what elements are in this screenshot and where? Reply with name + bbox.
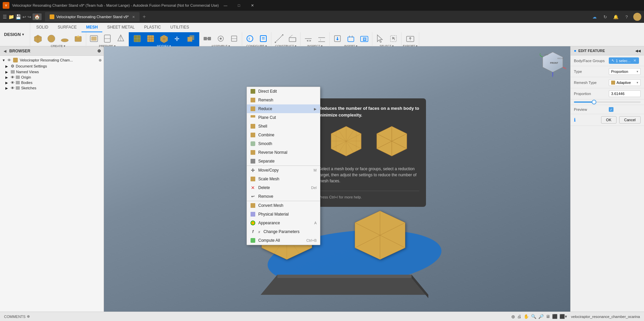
inspect-btn2[interactable]: ↕ — [315, 33, 328, 44]
file-menu-icon[interactable]: 📁 — [8, 14, 14, 19]
tab-solid[interactable]: SOLID — [32, 23, 53, 32]
menu-delete[interactable]: ✕ Delete Del — [247, 183, 320, 192]
proportion-slider[interactable] — [574, 101, 641, 103]
create-label[interactable]: CREATE ▾ — [51, 44, 65, 48]
menu-plane-cut[interactable]: Plane Cut — [247, 113, 320, 122]
print-icon[interactable]: 🖨 — [517, 314, 522, 319]
menu-compute-all[interactable]: Compute All Ctrl+B — [247, 236, 320, 245]
select-btn1[interactable] — [374, 33, 386, 44]
tree-root[interactable]: ▼ 👁 Velociraptor Resonating Cham... ⊕ — [0, 57, 104, 63]
tree-named-views[interactable]: ▶ Named Views — [0, 69, 104, 75]
select-button[interactable]: ↖ 1 selec... ✕ — [609, 57, 639, 64]
browser-settings-icon[interactable]: ⊕ — [97, 48, 101, 53]
create-import-btn[interactable] — [72, 33, 85, 44]
zoom-fit-icon[interactable]: 🔎 — [538, 314, 544, 319]
viewcube[interactable]: FRONT RIGHT TOP Y X Z — [539, 50, 566, 77]
info-icon[interactable]: ℹ — [574, 117, 576, 123]
assemble-btn2[interactable] — [214, 33, 227, 44]
tree-bodies[interactable]: ▶ 👁 Bodies — [0, 80, 104, 85]
close-button[interactable]: ✕ — [246, 0, 259, 11]
notification-icon[interactable]: 🔔 — [612, 13, 620, 21]
menu-move-copy[interactable]: ✛ Move/Copy M — [247, 166, 320, 175]
tree-doc-settings[interactable]: ▶ ⚙ Document Settings — [0, 63, 104, 69]
prepare-btn3[interactable] — [114, 33, 127, 44]
tab-close-button[interactable]: ✕ — [132, 15, 135, 19]
configure-btn1[interactable]: ! — [244, 33, 256, 44]
menu-convert-mesh[interactable]: Convert Mesh — [247, 201, 320, 210]
comments-add-icon[interactable]: ⊕ — [27, 314, 30, 319]
menu-combine[interactable]: Combine — [247, 131, 320, 139]
inspect-btn1[interactable]: ◄► — [302, 33, 315, 44]
menu-appearance[interactable]: Appearance A — [247, 219, 320, 227]
save-button[interactable]: 💾 — [15, 14, 21, 19]
menu-shell[interactable]: Shell — [247, 122, 320, 131]
undo-button[interactable]: ↩ — [22, 14, 26, 19]
preview-checkbox[interactable]: ✓ — [609, 107, 613, 112]
bodies-visibility-icon[interactable]: 👁 — [11, 81, 14, 85]
menu-physical-material[interactable]: Physical Material — [247, 210, 320, 219]
move-copy-btn[interactable]: ✛ — [171, 33, 184, 44]
menu-direct-edit[interactable]: Direct Edit — [247, 87, 320, 96]
display-mode-icon[interactable]: ⬛▾ — [559, 314, 567, 319]
root-visibility-icon[interactable]: 👁 — [7, 58, 11, 62]
maximize-button[interactable]: □ — [232, 0, 246, 11]
home-button[interactable]: 🏠 — [33, 13, 42, 20]
grid-icon[interactable]: ⬛ — [552, 314, 557, 319]
hamburger-icon[interactable]: ☰ — [3, 14, 7, 19]
configure-btn2[interactable] — [257, 33, 270, 44]
minimize-button[interactable]: — — [219, 0, 232, 11]
pan-tool-icon[interactable]: ✋ — [524, 314, 529, 319]
user-avatar[interactable] — [633, 13, 641, 21]
prepare-btn2[interactable] — [101, 33, 114, 44]
remesh-btn[interactable] — [144, 33, 157, 44]
design-mode-button[interactable]: DESIGN ▾ — [0, 23, 30, 46]
browser-toggle[interactable]: ◄ — [3, 48, 7, 54]
help-icon[interactable]: ? — [623, 13, 631, 21]
edit-feature-collapse-button[interactable]: ◀◀ — [635, 49, 641, 53]
menu-smooth[interactable]: Smooth — [247, 139, 320, 148]
sketches-visibility-icon[interactable]: 👁 — [11, 86, 14, 90]
tree-origin[interactable]: ▶ 👁 Origin — [0, 75, 104, 80]
active-tab[interactable]: Velociraptor Resonating Chamber Stand v9… — [45, 12, 140, 21]
root-settings-icon[interactable]: ⊕ — [99, 58, 102, 62]
redo-button[interactable]: ↪ — [28, 14, 31, 19]
tab-sheet-metal[interactable]: SHEET METAL — [102, 23, 139, 32]
select-clear-button[interactable]: ✕ — [633, 58, 636, 63]
scale-btn[interactable] — [184, 33, 197, 44]
assemble-btn3[interactable] — [228, 33, 240, 44]
slider-thumb[interactable] — [592, 100, 596, 104]
prepare-btn1[interactable] — [88, 33, 100, 44]
viewport[interactable]: FRONT RIGHT TOP Y X Z Direct Edit — [104, 46, 570, 312]
remesh-type-dropdown[interactable]: Adaptive ▾ — [609, 79, 641, 86]
export-btn1[interactable] — [404, 33, 417, 44]
insert-btn2[interactable] — [344, 33, 357, 44]
reduce-btn[interactable] — [158, 33, 170, 44]
new-tab-button[interactable]: + — [140, 13, 148, 21]
display-settings-icon[interactable]: 🖥 — [546, 314, 550, 319]
tab-mesh[interactable]: MESH — [82, 23, 103, 32]
cloud-sync-icon[interactable]: ☁ — [590, 13, 598, 21]
zoom-icon[interactable]: 🔍 — [531, 314, 536, 319]
tree-sketches[interactable]: ▶ 👁 Sketches — [0, 85, 104, 91]
orbit-tool-icon[interactable]: ⊕ — [511, 314, 515, 319]
menu-scale-mesh[interactable]: Scale Mesh — [247, 175, 320, 183]
refresh-icon[interactable]: ↻ — [601, 13, 609, 21]
menu-remove[interactable]: ↩ Remove — [247, 192, 320, 201]
menu-reverse-normal[interactable]: Reverse Normal — [247, 148, 320, 157]
create-box-btn[interactable] — [32, 33, 44, 44]
menu-separate[interactable]: Separate — [247, 157, 320, 166]
construct-btn2[interactable] — [286, 33, 299, 44]
tab-plastic[interactable]: PLASTIC — [140, 23, 166, 32]
ok-button[interactable]: OK — [601, 116, 616, 124]
construct-btn1[interactable] — [273, 33, 285, 44]
menu-remesh[interactable]: Remesh — [247, 96, 320, 104]
insert-btn1[interactable] — [331, 33, 344, 44]
type-dropdown[interactable]: Proportion ▾ — [609, 68, 641, 75]
tab-utilities[interactable]: UTILITIES — [166, 23, 194, 32]
direct-edit-btn[interactable] — [131, 33, 144, 44]
tab-surface[interactable]: SURFACE — [53, 23, 82, 32]
create-sphere-btn[interactable] — [45, 33, 58, 44]
proportion-input[interactable] — [609, 90, 641, 97]
menu-reduce[interactable]: Reduce ▶ — [247, 104, 320, 113]
origin-visibility-icon[interactable]: 👁 — [11, 75, 14, 79]
